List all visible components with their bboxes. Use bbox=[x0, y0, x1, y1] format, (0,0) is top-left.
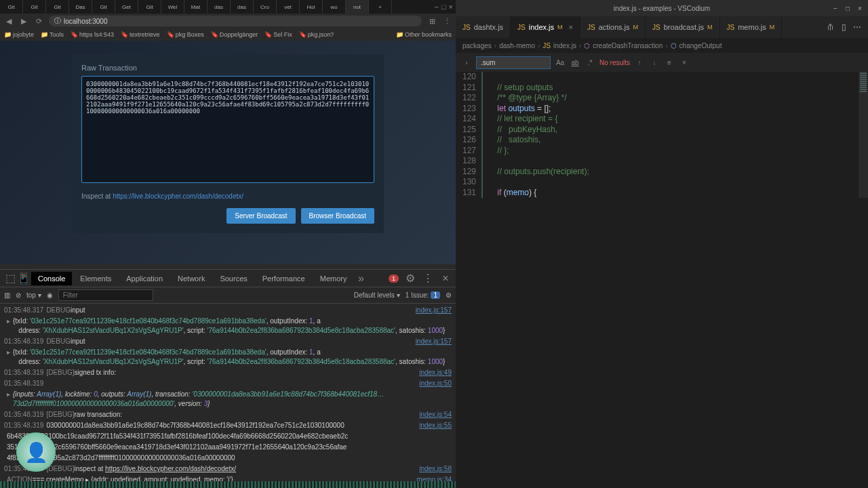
editor-tab[interactable]: JS memo.js M bbox=[720, 16, 783, 38]
bookmark[interactable]: 🔖 Doppelgänger bbox=[211, 31, 258, 38]
sidebar-toggle-icon[interactable]: ▥ bbox=[4, 291, 10, 299]
minimap[interactable] bbox=[859, 72, 868, 198]
tab[interactable]: Git bbox=[46, 0, 69, 14]
tab[interactable]: Git bbox=[0, 0, 23, 14]
compare-icon[interactable]: ⫛ bbox=[827, 22, 835, 32]
other-bookmarks[interactable]: 📁 Other bookmarks bbox=[396, 31, 452, 38]
reader-icon[interactable]: ⊞ bbox=[427, 16, 437, 26]
context-selector[interactable]: top ▾ bbox=[26, 291, 41, 299]
close-icon[interactable]: × bbox=[854, 5, 865, 12]
tab[interactable]: wo bbox=[323, 0, 346, 14]
issues-link[interactable]: 1 Issue: 1 bbox=[406, 291, 440, 299]
error-badge[interactable]: 1 bbox=[389, 274, 399, 283]
tab[interactable]: das bbox=[231, 0, 254, 14]
more-tabs-icon[interactable]: » bbox=[355, 272, 367, 285]
tab-sources[interactable]: Sources bbox=[213, 272, 254, 285]
editor-tab[interactable]: JS actions.js M bbox=[580, 16, 646, 38]
devtools-tabs: ⬚ 📱 Console Elements Application Network… bbox=[0, 270, 456, 287]
browser-window: Git Git Git Das Git Get Git Wel Mat das … bbox=[0, 0, 456, 488]
tab[interactable]: Hol bbox=[300, 0, 323, 14]
lock-icon: ⓘ bbox=[54, 16, 61, 26]
next-match-icon[interactable]: ↓ bbox=[649, 59, 660, 66]
browser-broadcast-button[interactable]: Browser Broadcast bbox=[301, 208, 374, 224]
close-icon[interactable]: × bbox=[449, 3, 453, 11]
devtools: ⬚ 📱 Console Elements Application Network… bbox=[0, 269, 456, 488]
gear-icon[interactable]: ⚙ bbox=[404, 272, 416, 285]
more-icon[interactable]: ⋯ bbox=[853, 22, 861, 32]
bookmark[interactable]: 🔖 https ls4:543 bbox=[71, 31, 114, 38]
editor-tabs: JS dashtx.jsJS index.js M×JS actions.js … bbox=[456, 16, 868, 38]
tab[interactable]: Das bbox=[69, 0, 92, 14]
filter-input[interactable] bbox=[58, 289, 153, 301]
gear-icon[interactable]: ⚙ bbox=[446, 291, 452, 299]
bookmark[interactable]: 🔖 pkg Boxes bbox=[167, 31, 204, 38]
back-button[interactable]: ◀ bbox=[4, 16, 14, 26]
clear-console-icon[interactable]: ⊘ bbox=[16, 291, 21, 299]
tab[interactable]: Git bbox=[92, 0, 115, 14]
chevron-right-icon[interactable]: › bbox=[461, 59, 472, 66]
bookmark[interactable]: 📁 jojobyte bbox=[4, 31, 34, 38]
prev-match-icon[interactable]: ↑ bbox=[634, 59, 645, 66]
regex-icon[interactable]: .* bbox=[585, 59, 595, 66]
bookmark[interactable]: 🔖 pkg.json? bbox=[299, 31, 334, 38]
whole-word-icon[interactable]: ab bbox=[570, 59, 580, 66]
tab[interactable]: Mat bbox=[184, 0, 208, 14]
device-toggle-icon[interactable]: 📱 bbox=[18, 272, 30, 285]
menu-icon[interactable]: ⋮ bbox=[422, 272, 434, 285]
window-title: index.js - examples - VSCodium − □ × bbox=[456, 0, 868, 16]
tab[interactable]: Git bbox=[23, 0, 46, 14]
levels-selector[interactable]: Default levels ▾ bbox=[354, 291, 400, 299]
bookmark[interactable]: 🔖 textretrieve bbox=[121, 31, 160, 38]
console-toolbar: ▥ ⊘ top ▾ ◉ Default levels ▾ 1 Issue: 1 … bbox=[0, 287, 456, 304]
menu-icon[interactable]: ⋮ bbox=[442, 16, 452, 26]
close-icon[interactable]: × bbox=[679, 59, 690, 66]
find-input[interactable] bbox=[476, 56, 551, 69]
activity-bar bbox=[0, 481, 456, 488]
console-output[interactable]: 01:35:48.317 DEBUG inputindex.js:157▸{tx… bbox=[0, 304, 456, 488]
tab[interactable]: Git bbox=[138, 0, 161, 14]
tab[interactable]: not bbox=[346, 0, 369, 14]
tab-network[interactable]: Network bbox=[171, 272, 212, 285]
tab-performance[interactable]: Performance bbox=[256, 272, 312, 285]
filter-icon[interactable]: ≡ bbox=[664, 59, 675, 66]
bookmarks-bar: 📁 jojobyte 📁 Tools 🔖 https ls4:543 🔖 tex… bbox=[0, 28, 456, 41]
editor-tab[interactable]: JS index.js M× bbox=[511, 16, 580, 38]
code-editor[interactable]: 120121122123124125126127128129130131 // … bbox=[456, 72, 859, 198]
bookmark[interactable]: 📁 Tools bbox=[41, 31, 64, 38]
tab-console[interactable]: Console bbox=[31, 272, 72, 285]
transaction-card: Raw Transaction 0300000001da8ea3bb91a6e1… bbox=[72, 54, 384, 233]
new-tab-button[interactable]: + bbox=[369, 0, 392, 14]
browser-tabs: Git Git Git Das Git Get Git Wel Mat das … bbox=[0, 0, 456, 14]
page-content: Raw Transaction 0300000001da8ea3bb91a6e1… bbox=[0, 41, 456, 264]
minimize-icon[interactable]: − bbox=[830, 5, 841, 12]
minimize-icon[interactable]: − bbox=[434, 3, 438, 11]
tab[interactable]: Wel bbox=[161, 0, 184, 14]
vscodium-window: index.js - examples - VSCodium − □ × JS … bbox=[456, 0, 868, 488]
tab[interactable]: vet bbox=[277, 0, 300, 14]
inspect-link[interactable]: https://live.blockcypher.com/dash/decode… bbox=[113, 192, 243, 200]
bookmark[interactable]: 🔖 Sel Fix bbox=[264, 31, 292, 38]
tab[interactable]: Get bbox=[115, 0, 138, 14]
tab-memory[interactable]: Memory bbox=[313, 272, 354, 285]
tab[interactable]: Cro bbox=[254, 0, 277, 14]
forward-button[interactable]: ▶ bbox=[19, 16, 28, 26]
eye-icon[interactable]: ◉ bbox=[47, 291, 53, 299]
editor-tab[interactable]: JS dashtx.js bbox=[456, 16, 511, 38]
match-case-icon[interactable]: Aa bbox=[555, 59, 566, 66]
editor-tab[interactable]: JS broadcast.js M bbox=[646, 16, 719, 38]
reload-button[interactable]: ⟳ bbox=[34, 16, 43, 26]
server-broadcast-button[interactable]: Server Broadcast bbox=[226, 208, 295, 224]
tab-application[interactable]: Application bbox=[119, 272, 170, 285]
maximize-icon[interactable]: □ bbox=[842, 5, 853, 12]
split-icon[interactable]: ▯ bbox=[842, 22, 846, 32]
raw-tx-textarea[interactable]: 0300000001da8ea3bb91a6e19c88d74bc7f368b4… bbox=[81, 76, 374, 183]
breadcrumb[interactable]: packages› dash-memo› JS index.js› ⬡ crea… bbox=[456, 38, 868, 53]
tab[interactable]: das bbox=[208, 0, 231, 14]
avatar[interactable]: 👤 bbox=[16, 432, 56, 472]
tab-elements[interactable]: Elements bbox=[73, 272, 118, 285]
address-input[interactable]: ⓘ localhost:3000 bbox=[49, 16, 422, 26]
inspect-element-icon[interactable]: ⬚ bbox=[4, 272, 16, 285]
raw-tx-label: Raw Transaction bbox=[81, 64, 374, 72]
close-icon[interactable]: × bbox=[439, 272, 452, 285]
maximize-icon[interactable]: □ bbox=[441, 3, 446, 11]
